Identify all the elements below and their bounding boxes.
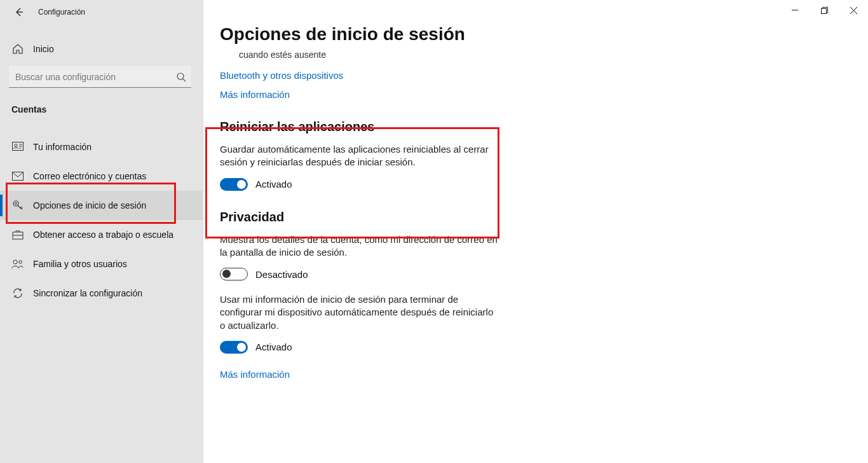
home-label: Inicio: [33, 44, 54, 54]
privacy-desc-1: Muestra los detalles de la cuenta, como …: [220, 233, 499, 259]
person-card-icon: [11, 142, 24, 152]
svg-point-0: [177, 73, 184, 79]
window-controls: [203, 0, 868, 20]
svg-point-5: [15, 203, 17, 205]
nav-label: Opciones de inicio de sesión: [33, 200, 146, 211]
truncated-text: cuando estés ausente: [239, 50, 868, 60]
nav-label: Obtener acceso a trabajo o escuela: [33, 230, 173, 240]
sync-icon: [11, 287, 24, 299]
svg-point-7: [13, 260, 17, 264]
link-bluetooth-devices[interactable]: Bluetooth y otros dispositivos: [220, 70, 343, 81]
svg-point-8: [19, 261, 22, 264]
close-button[interactable]: [839, 0, 868, 20]
briefcase-icon: [11, 230, 24, 240]
link-more-info-top[interactable]: Más información: [220, 89, 290, 100]
minimize-icon: [792, 7, 798, 13]
key-icon: [11, 200, 24, 211]
nav-label: Familia y otros usuarios: [33, 259, 127, 269]
toggle-signin-label: Activado: [255, 342, 292, 352]
svg-point-2: [15, 144, 17, 147]
mail-icon: [11, 172, 24, 181]
toggle-restart-label: Activado: [255, 179, 292, 190]
section-title-restart: Reiniciar las aplicaciones: [220, 120, 499, 134]
search-input[interactable]: [9, 66, 191, 88]
nav-item-sync[interactable]: Sincronizar la configuración: [0, 279, 203, 308]
maximize-icon: [821, 7, 828, 14]
search-icon: [176, 72, 186, 82]
app-title: Configuración: [38, 8, 85, 17]
svg-rect-9: [821, 8, 826, 13]
section-restart-apps: Reiniciar las aplicaciones Guardar autom…: [220, 120, 499, 191]
nav-item-email-accounts[interactable]: Correo electrónico y cuentas: [0, 162, 203, 191]
nav-item-work-school[interactable]: Obtener acceso a trabajo o escuela: [0, 220, 203, 249]
svg-rect-3: [13, 172, 24, 181]
home-icon: [11, 43, 24, 55]
people-icon: [11, 259, 24, 269]
maximize-button[interactable]: [810, 0, 839, 20]
svg-point-4: [13, 201, 18, 206]
main-panel: Opciones de inicio de sesión cuando esté…: [203, 0, 868, 463]
section-title-privacy: Privacidad: [220, 210, 499, 225]
privacy-desc-2: Usar mi información de inicio de sesión …: [220, 293, 499, 332]
restart-description: Guardar automáticamente las aplicaciones…: [220, 143, 499, 169]
toggle-restart-apps[interactable]: [220, 178, 248, 191]
nav-item-your-info[interactable]: Tu información: [0, 132, 203, 162]
home-button[interactable]: Inicio: [0, 37, 203, 61]
toggle-account-label: Desactivado: [255, 269, 308, 280]
nav-label: Correo electrónico y cuentas: [33, 171, 146, 181]
page-title: Opciones de inicio de sesión: [220, 24, 868, 45]
toggle-show-account-details[interactable]: [220, 268, 248, 280]
search-container: [0, 61, 203, 93]
nav-list: Tu información Correo electrónico y cuen…: [0, 132, 203, 308]
content: Opciones de inicio de sesión cuando esté…: [203, 20, 868, 380]
link-more-info-privacy[interactable]: Más información: [220, 369, 290, 380]
close-icon: [850, 7, 857, 14]
toggle-use-signin-info[interactable]: [220, 341, 248, 354]
nav-item-family-users[interactable]: Familia y otros usuarios: [0, 249, 203, 279]
nav-label: Sincronizar la configuración: [33, 288, 142, 298]
arrow-left-icon: [14, 7, 24, 17]
nav-label: Tu información: [33, 142, 92, 152]
sidebar: Configuración Inicio Cuentas Tu infor: [0, 0, 203, 463]
minimize-button[interactable]: [780, 0, 810, 20]
back-button[interactable]: [9, 2, 29, 22]
titlebar-left: Configuración: [0, 0, 203, 24]
nav-item-signin-options[interactable]: Opciones de inicio de sesión: [0, 191, 203, 220]
section-label: Cuentas: [0, 93, 203, 120]
section-privacy: Privacidad Muestra los detalles de la cu…: [220, 210, 499, 380]
